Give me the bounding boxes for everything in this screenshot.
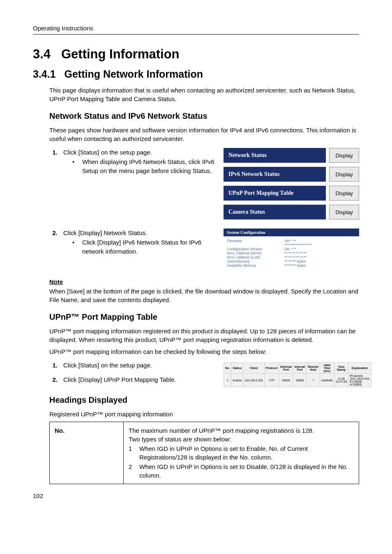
panel-camera-status: Camera Status: [224, 205, 326, 219]
bullet-icon: •: [72, 157, 82, 176]
headings-line2: Two types of status are shown below:: [129, 435, 354, 443]
step-2-text: Click [Display] Network Status.: [63, 229, 215, 238]
step-1-text: Click [Status] on the setup page.: [63, 148, 215, 157]
table-header: Valid Time (sec): [320, 363, 334, 374]
page-header: Operating Instructions: [33, 25, 359, 32]
display-button-network-status[interactable]: Display: [329, 148, 359, 163]
network-status-heading: Network Status and IPv6 Network Status: [49, 111, 359, 121]
sysconf-key: Used Memory: [227, 259, 284, 263]
section-title: Getting Information: [61, 47, 180, 61]
display-button-camera[interactable]: Display: [329, 205, 359, 219]
section-number: 3.4: [33, 47, 51, 61]
headings-line1: The maximum number of UPnP™ port mapping…: [129, 426, 354, 435]
table-header: Client: [243, 363, 265, 374]
page-number: 102: [33, 492, 359, 499]
upnp-heading: UPnP™ Port Mapping Table: [49, 312, 359, 322]
table-header: No.: [224, 363, 231, 374]
step-number-2: 2.: [49, 229, 63, 256]
table-cell: 50000: [279, 374, 293, 387]
upnp-step1-text: Click [Status] on the setup page.: [63, 361, 152, 370]
subsection-number: 3.4.1: [33, 68, 56, 80]
step-1-bullet: When displaying IPv6 Network Status, cli…: [82, 157, 215, 176]
display-button-upnp[interactable]: Display: [329, 186, 359, 201]
panel-ipv6-status: IPv6 Network Status: [224, 167, 326, 182]
section-heading-main: 3.4 Getting Information: [33, 47, 359, 62]
table-cell: 50000: [293, 374, 306, 387]
headings-table: No. The maximum number of UPnP™ port map…: [49, 422, 359, 484]
table-cell: indefinite: [320, 374, 334, 387]
upnp-p2: UPnP™ port mapping information can be ch…: [49, 347, 359, 356]
table-header: Internal Port: [293, 363, 306, 374]
headings-desc: Registered UPnP™ port mapping informatio…: [49, 410, 359, 418]
sysconf-key: MAC Address (LAN): [227, 255, 284, 259]
table-cell: TCP: [264, 374, 279, 387]
sysconf-val: **:**:**:**:**:**: [284, 255, 307, 259]
sysconf-key: Firmware: [227, 239, 284, 243]
note-text: When [Save] at the bottom of the page is…: [49, 287, 359, 304]
subsection-title: Getting Network Information: [64, 68, 203, 80]
intro-paragraph: This page displays information that is u…: [49, 86, 359, 103]
panel-network-status: Network Status: [224, 148, 326, 163]
sysconf-key: MAC Address (WAN): [227, 251, 284, 255]
table-cell: 11/30 15:47:08: [334, 374, 348, 387]
table-header: Time Stamp: [334, 363, 348, 374]
sysconf-title: System Configuration: [224, 229, 359, 236]
network-status-desc: These pages show hardware and software v…: [49, 126, 359, 143]
panel-upnp-table: UPnP Port Mapping Table: [224, 186, 326, 201]
headings-item2-num: 2: [129, 462, 139, 480]
upnp-step1-num: 1.: [49, 361, 63, 370]
table-cell: IPCamera (192.168.0.253: Ex:50000 In:500…: [348, 374, 371, 387]
headings-col-no: No.: [50, 422, 124, 484]
headings-displayed-heading: Headings Displayed: [49, 395, 359, 405]
headings-item2-text: When IGD in UPnP in Options is set to Di…: [139, 462, 354, 480]
section-heading-sub: 3.4.1 Getting Network Information: [33, 68, 359, 80]
table-header: Status: [231, 363, 243, 374]
headings-item1-text: When IGD in UPnP in Options is set to En…: [139, 444, 354, 462]
table-header: External Port: [279, 363, 293, 374]
display-button-ipv6-status[interactable]: Display: [329, 167, 359, 182]
sysconf-val: *******************: [284, 243, 312, 247]
sysconf-key: [227, 243, 284, 247]
table-cell: 1: [224, 374, 231, 387]
sysconf-val: ******** bytes: [284, 263, 306, 268]
table-header: Remote Host: [307, 363, 320, 374]
step-2-bullet: Click [Display] IPv6 Network Status for …: [82, 238, 215, 256]
headings-item1-num: 1: [129, 444, 139, 462]
table-cell: Enable: [231, 374, 243, 387]
sysconf-val: **:**:**:**:**:**: [284, 251, 307, 255]
sysconf-val: Ver *.**: [284, 247, 296, 251]
step-number-1: 1.: [49, 148, 63, 176]
bullet-icon: •: [72, 238, 82, 256]
sysconf-key: Available Memory: [227, 263, 284, 268]
sysconf-key: Configuration Version: [227, 247, 284, 251]
table-cell: -*: [307, 374, 320, 387]
upnp-mapping-table: No. Status Client Protocol External Port…: [224, 362, 371, 387]
upnp-step2-text: Click [Display] UPnP Port Mapping Table.: [63, 375, 176, 385]
table-cell: 192.168.0.253: [243, 374, 265, 387]
sysconf-val: Ver *.**: [284, 239, 296, 243]
table-header: Explanation: [348, 363, 371, 374]
table-header: Protocol: [264, 363, 279, 374]
upnp-p1: UPnP™ port mapping information registere…: [49, 327, 359, 344]
upnp-step2-num: 2.: [49, 375, 63, 385]
sysconf-val: ******** bytes: [284, 259, 306, 263]
note-heading: Note: [49, 278, 359, 285]
